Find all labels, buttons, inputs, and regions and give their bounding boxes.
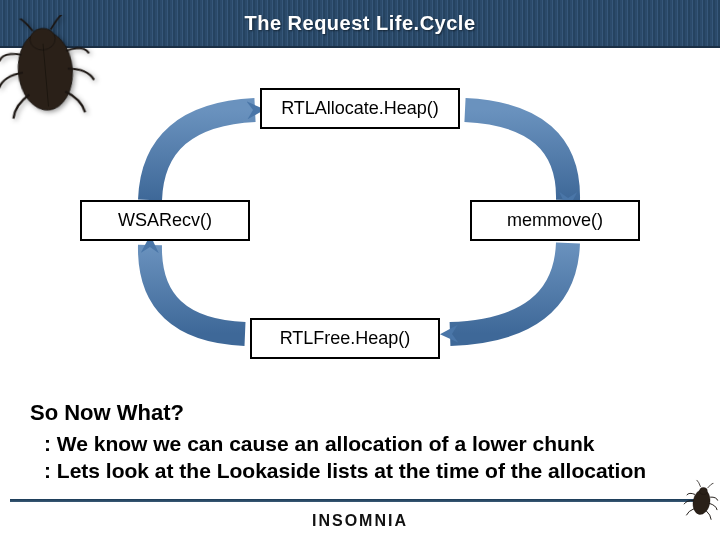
diagram-box-memmove: memmove() (470, 200, 640, 241)
body-bullet: : We know we can cause an allocation of … (44, 430, 690, 457)
slide-title: The Request Life.Cycle (244, 12, 475, 35)
diagram-box-label: WSARecv() (118, 210, 212, 231)
cockroach-footer-decoration (679, 478, 720, 528)
diagram-box-free: RTLFree.Heap() (250, 318, 440, 359)
diagram-box-label: RTLFree.Heap() (280, 328, 411, 349)
diagram-box-wsarecv: WSARecv() (80, 200, 250, 241)
brand-text: INSOMNIA (312, 512, 408, 530)
body-heading: So Now What? (30, 400, 690, 426)
footer-divider (10, 499, 710, 502)
title-banner: The Request Life.Cycle (0, 0, 720, 48)
diagram-box-label: RTLAllocate.Heap() (281, 98, 439, 119)
bullet-text: We know we can cause an allocation of a … (57, 432, 595, 455)
body-text-block: So Now What? : We know we can cause an a… (30, 400, 690, 485)
diagram-box-allocate: RTLAllocate.Heap() (260, 88, 460, 129)
body-bullet: : Lets look at the Lookaside lists at th… (44, 457, 690, 484)
diagram-box-label: memmove() (507, 210, 603, 231)
lifecycle-diagram: RTLAllocate.Heap() memmove() RTLFree.Hea… (100, 80, 620, 370)
cockroach-decoration (0, 12, 109, 133)
bullet-text: Lets look at the Lookaside lists at the … (57, 459, 646, 482)
footer-brand: INSOMNIA (312, 512, 408, 530)
